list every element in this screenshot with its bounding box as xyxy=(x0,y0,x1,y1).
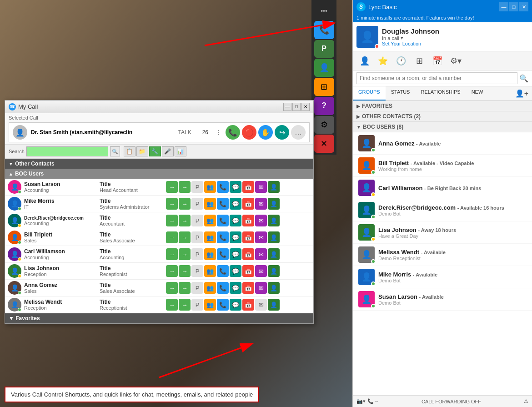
contact-btn[interactable]: 👤 xyxy=(268,248,280,260)
park-btn[interactable]: P xyxy=(191,265,203,277)
close-window-button[interactable]: ✕ xyxy=(301,103,310,111)
contact-btn[interactable]: 👤 xyxy=(268,265,280,277)
conf-btn[interactable]: 👥 xyxy=(204,215,216,226)
lync-settings-button[interactable]: ⚙▾ xyxy=(447,54,464,68)
tab-new[interactable]: NEW xyxy=(466,86,489,100)
maximize-button[interactable]: □ xyxy=(292,103,301,111)
conf-btn[interactable]: 👥 xyxy=(204,265,216,277)
answer-button[interactable]: 📞 xyxy=(226,125,240,140)
list-item[interactable]: 👤 Lisa Johnson - Away 18 hours Have a Gr… xyxy=(353,221,532,244)
transfer-btn[interactable]: → xyxy=(166,265,178,277)
transfer2-btn[interactable]: → xyxy=(179,299,191,311)
help-icon[interactable]: ? xyxy=(314,97,334,115)
tab-status[interactable]: STATUS xyxy=(386,86,416,100)
lync-search-input[interactable] xyxy=(356,72,517,84)
phone-forward-icon[interactable]: 📞→ xyxy=(367,398,379,404)
cal-btn[interactable]: 📅 xyxy=(242,198,254,210)
email-btn[interactable]: ✉ xyxy=(255,248,267,260)
toolbar-btn-5[interactable]: 📊 xyxy=(175,146,186,156)
email-btn[interactable]: ✉ xyxy=(255,198,267,210)
hangup-button[interactable]: 🔴 xyxy=(242,125,256,140)
lync-minimize-button[interactable]: — xyxy=(499,2,508,11)
cal-btn[interactable]: 📅 xyxy=(242,215,254,226)
contact-btn[interactable]: 👤 xyxy=(268,198,280,210)
chat-btn[interactable]: 💬 xyxy=(230,215,241,226)
cal-btn[interactable]: 📅 xyxy=(242,181,254,193)
conf-btn[interactable]: 👥 xyxy=(204,248,216,260)
chat-btn[interactable]: 💬 xyxy=(230,231,241,243)
email-btn[interactable]: ✉ xyxy=(255,299,267,311)
call-btn[interactable]: 📞 xyxy=(217,299,229,311)
parking-icon[interactable]: P xyxy=(314,40,334,58)
lync-calendar-button[interactable]: 📅 xyxy=(429,54,446,68)
tab-relationships[interactable]: RELATIONSHIPS xyxy=(415,86,466,100)
org-chart-icon[interactable]: ⊞ xyxy=(314,78,334,96)
conf-btn[interactable]: 👥 xyxy=(204,231,216,243)
minimize-button[interactable]: — xyxy=(283,103,291,111)
toolbar-btn-2[interactable]: 📁 xyxy=(136,146,148,156)
conf-btn[interactable]: 👥 xyxy=(204,299,216,311)
contact-btn[interactable]: 👤 xyxy=(268,215,280,226)
lync-location[interactable]: Set Your Location xyxy=(382,41,528,46)
park-btn[interactable]: P xyxy=(191,181,203,193)
park-btn[interactable]: P xyxy=(191,248,203,260)
transfer2-btn[interactable]: → xyxy=(179,265,191,277)
park-btn[interactable]: P xyxy=(191,231,203,243)
search-input[interactable] xyxy=(26,146,108,156)
call-btn[interactable]: 📞 xyxy=(217,265,229,277)
chat-btn[interactable]: 💬 xyxy=(230,282,241,294)
phone-icon[interactable]: 📞 xyxy=(314,21,334,39)
contact-btn[interactable]: 👤 xyxy=(268,299,280,311)
lync-boc-users-header[interactable]: ▼ BOC USERS (8) xyxy=(353,122,532,132)
lync-recent-button[interactable]: 🕐 xyxy=(393,54,409,68)
chat-btn[interactable]: 💬 xyxy=(230,248,241,260)
email-btn[interactable]: ✉ xyxy=(255,231,267,243)
transfer2-btn[interactable]: → xyxy=(179,181,191,193)
lync-other-contacts-header[interactable]: ▶ OTHER CONTACTS (2) xyxy=(353,111,532,122)
list-item[interactable]: 👤 Derek.Riser@bridgeoc.com - Available 1… xyxy=(353,199,532,221)
list-item[interactable]: 👤 Carl Williamson - Be Right Back 20 min… xyxy=(353,177,532,199)
lync-close-button[interactable]: ✕ xyxy=(519,2,528,11)
transfer-btn[interactable]: → xyxy=(166,299,178,311)
call-btn[interactable]: 📞 xyxy=(217,181,229,193)
transfer-btn[interactable]: → xyxy=(166,215,178,226)
lync-favorites-header[interactable]: ▶ FAVORITES xyxy=(353,101,532,111)
call-btn[interactable]: 📞 xyxy=(217,198,229,210)
other-contacts-header[interactable]: ▼ Other Contacts xyxy=(5,159,313,169)
hold-button[interactable]: ✋ xyxy=(258,125,273,140)
list-item[interactable]: 👤 Bill Triplett - Available - Video Capa… xyxy=(353,155,532,177)
conf-btn[interactable]: 👥 xyxy=(204,282,216,294)
list-item[interactable]: 👤 Susan Larson - Available Demo Bot xyxy=(353,288,532,311)
boc-users-header[interactable]: ▲ BOC Users xyxy=(5,169,313,179)
transfer-btn[interactable]: → xyxy=(166,282,178,294)
email-btn[interactable]: ✉ xyxy=(255,265,267,277)
lync-favorites-button[interactable]: ⭐ xyxy=(375,54,391,68)
cal-btn[interactable]: 📅 xyxy=(242,265,254,277)
more-options-icon[interactable]: ••• xyxy=(314,2,334,20)
cal-btn[interactable]: 📅 xyxy=(242,231,254,243)
call-btn[interactable]: 📞 xyxy=(217,231,229,243)
settings-icon[interactable]: ⚙ xyxy=(314,116,334,134)
chat-btn[interactable]: 💬 xyxy=(230,181,241,193)
chat-btn[interactable]: 💬 xyxy=(230,299,241,311)
contact-btn[interactable]: 👤 xyxy=(268,181,280,193)
list-item[interactable]: 👤 Mike Morris - Available Demo Bot xyxy=(353,266,532,288)
transfer-btn[interactable]: → xyxy=(166,198,178,210)
lync-status-chevron[interactable]: ▾ xyxy=(401,35,403,41)
tab-groups[interactable]: GROUPS xyxy=(353,86,386,100)
toolbar-btn-3[interactable]: 🔧 xyxy=(149,146,161,156)
park-btn[interactable]: P xyxy=(191,282,203,294)
cal-btn[interactable]: 📅 xyxy=(242,299,254,311)
lync-contacts-button[interactable]: 👤 xyxy=(356,54,373,68)
more-button[interactable]: … xyxy=(291,125,306,140)
list-item[interactable]: 👤 Anna Gomez - Available xyxy=(353,132,532,155)
lync-apps-button[interactable]: ⊞ xyxy=(411,54,427,68)
call-btn[interactable]: 📞 xyxy=(217,248,229,260)
cal-btn[interactable]: 📅 xyxy=(242,282,254,294)
email-btn[interactable]: ✉ xyxy=(255,215,267,226)
park-btn[interactable]: P xyxy=(191,198,203,210)
lync-search-icon[interactable]: 🔍 xyxy=(519,74,528,83)
transfer2-btn[interactable]: → xyxy=(179,215,191,226)
contacts-icon[interactable]: 👤 xyxy=(314,59,334,77)
email-btn[interactable]: ✉ xyxy=(255,282,267,294)
